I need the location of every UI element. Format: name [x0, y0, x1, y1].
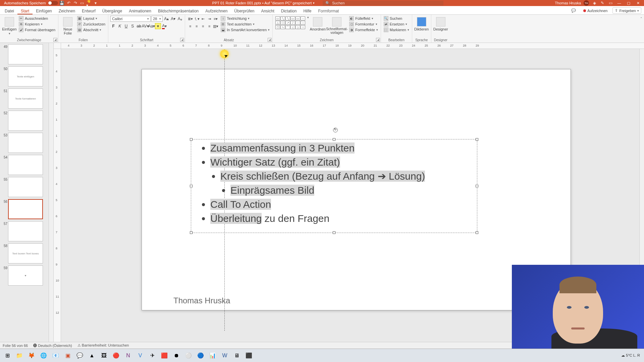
strike-button[interactable]: ab	[136, 23, 142, 29]
slide-canvas[interactable]: Zusammenfassung in 3 Punkten Wichtiger S…	[142, 69, 571, 310]
bullet-item[interactable]: Wichtiger Satz (ggf. ein Zitat)	[210, 157, 340, 168]
draw-icon[interactable]: ✎	[600, 0, 605, 6]
user-avatar[interactable]: TH	[584, 0, 589, 6]
thumbnail-slide-59[interactable]: 59♥	[1, 265, 47, 286]
tab-zeichnen[interactable]: Zeichnen	[55, 7, 78, 14]
app-icon[interactable]: ⏺	[170, 350, 182, 361]
draw-launcher[interactable]: ◢	[376, 38, 380, 42]
align-left-button[interactable]: ≡	[187, 23, 193, 29]
rotate-handle[interactable]	[333, 128, 338, 132]
app-icon[interactable]: 🖥	[231, 350, 243, 361]
columns-button[interactable]: ▥▾	[213, 23, 219, 29]
app-icon[interactable]: ⚪	[182, 350, 195, 361]
font-launcher[interactable]: ◢	[180, 38, 184, 42]
tab-start[interactable]: Start	[17, 7, 33, 14]
shape-icon[interactable]: △	[275, 21, 280, 25]
spacing-button[interactable]: AV▾	[142, 23, 148, 29]
shape-icon[interactable]: ⤴	[290, 21, 295, 25]
thumbnail-slide-50[interactable]: 50Texte einfügen	[1, 66, 47, 86]
firefox-icon[interactable]: 🦊	[25, 350, 38, 361]
tab-formformat[interactable]: Formformat	[315, 7, 342, 14]
thumbnail-slide-55[interactable]: 55	[1, 177, 47, 197]
arrange-button[interactable]: Anordnen	[310, 16, 325, 33]
shape-icon[interactable]: ╲	[285, 16, 290, 20]
underline-button[interactable]: U	[123, 23, 129, 29]
text-direction-button[interactable]: ↕Textrichtung▾	[220, 16, 270, 21]
shape-icon[interactable]: }	[296, 25, 300, 29]
shape-icon[interactable]: ↔	[296, 21, 300, 25]
shapes-more-icon[interactable]: ▾	[307, 16, 309, 19]
shape-icon[interactable]: ▭	[275, 16, 280, 20]
shape-icon[interactable]: ↕	[301, 21, 305, 25]
handle-w[interactable]	[190, 185, 193, 187]
bullet-list[interactable]: Zusammenfassung in 3 Punkten Wichtiger S…	[202, 141, 477, 226]
clipboard-launcher[interactable]: ◢	[53, 38, 57, 42]
tab-entwurf[interactable]: Entwurf	[78, 7, 99, 14]
app-icon[interactable]: 🔴	[110, 350, 122, 361]
bullet-item[interactable]: Kreis schließen (Bezug auf Anfang ➔ Lösu…	[220, 171, 425, 182]
handle-nw[interactable]	[190, 138, 193, 141]
layout-button[interactable]: ▦Layout▾	[76, 16, 106, 21]
thumbnail-slide-49[interactable]: 49	[1, 44, 47, 64]
thumbnail-slide-56[interactable]: 56	[1, 199, 47, 219]
vlc-icon[interactable]: ▲	[86, 350, 98, 361]
font-color-button[interactable]: A▾	[161, 23, 167, 29]
line-spacing-button[interactable]: ≡▾	[213, 16, 219, 22]
undo-icon[interactable]: ↶	[66, 0, 71, 6]
thumbnail-slide-58[interactable]: 58Text boxen Text boxes	[1, 243, 47, 263]
handle-se[interactable]	[476, 231, 478, 234]
handle-sw[interactable]	[190, 231, 193, 234]
thumb-scrollbar[interactable]	[49, 43, 53, 342]
shapes-gallery[interactable]: ▭╲╲▭▭○ △⬡↗⤴↔↕ ⬠∿⌒{}☆	[275, 16, 306, 30]
tab-animationen[interactable]: Animationen	[125, 7, 155, 14]
justify-button[interactable]: ≡	[206, 23, 212, 29]
smartart-button[interactable]: ⬓In SmartArt konvertieren▾	[220, 27, 270, 33]
redo-icon[interactable]: ↷	[73, 0, 78, 6]
tab-ansicht[interactable]: Ansicht	[258, 7, 277, 14]
cut-button[interactable]: ✂Ausschneiden	[18, 16, 56, 21]
outlook-icon[interactable]: 📧	[50, 350, 62, 361]
new-slide-button[interactable]: Neue Folie	[60, 16, 75, 37]
select-button[interactable]: ⬚Markieren▾	[383, 27, 410, 33]
ribbon-mode-icon[interactable]: ▭	[608, 0, 613, 6]
shape-icon[interactable]: ○	[301, 16, 305, 20]
toggle-icon[interactable]	[48, 1, 58, 5]
designer-button[interactable]: Designer	[433, 16, 448, 33]
user-name[interactable]: Thomas Hruska	[555, 1, 581, 5]
copy-button[interactable]: ⧉Kopieren▾	[18, 21, 56, 27]
shape-icon[interactable]: ▭	[296, 16, 300, 20]
find-button[interactable]: 🔍Suchen	[383, 16, 410, 21]
comments-button[interactable]: 💬	[569, 7, 578, 14]
bullet-item[interactable]: Einprägsames Bild	[230, 185, 314, 196]
tab-uebergaenge[interactable]: Übergänge	[99, 7, 125, 14]
thumbnail-slide-54[interactable]: 54	[1, 155, 47, 175]
tab-einfuegen[interactable]: Einfügen	[33, 7, 55, 14]
collapse-ribbon-icon[interactable]: ⌃	[640, 17, 643, 20]
maximize-button[interactable]: ▢	[625, 1, 632, 5]
qat-more-icon[interactable]: ▾	[93, 0, 98, 6]
tab-hilfe[interactable]: Hilfe	[300, 7, 315, 14]
shape-icon[interactable]: ∿	[280, 25, 285, 29]
tab-aufzeichnen[interactable]: Aufzeichnen	[202, 7, 231, 14]
shape-icon[interactable]: ☆	[301, 25, 305, 29]
bullet-item[interactable]: Zusammenfassung in 3 Punkten	[210, 142, 355, 154]
shape-icon[interactable]: {	[290, 25, 295, 29]
tab-ueberpruefen[interactable]: Überprüfen	[231, 7, 258, 14]
shape-icon[interactable]: ▭	[290, 16, 295, 20]
highlight-button[interactable]: ▾	[155, 23, 161, 29]
accessibility-check[interactable]: ⚠ Barrierefreiheit: Untersuchen	[77, 343, 129, 348]
shadow-button[interactable]: S	[129, 23, 136, 29]
shape-icon[interactable]: ⌒	[285, 25, 290, 29]
slideshow-icon[interactable]: ▭	[79, 0, 85, 6]
thumbnail-slide-52[interactable]: 52	[1, 111, 47, 131]
section-button[interactable]: ▤Abschnitt▾	[76, 27, 106, 33]
decrease-font-button[interactable]: A▾	[170, 16, 176, 22]
explorer-icon[interactable]: 📁	[13, 350, 25, 361]
chrome-icon[interactable]: 🌐	[38, 350, 50, 361]
ruler-horizontal[interactable]: 4321123456789101112131415161718192021222…	[54, 43, 644, 49]
quickstyles-button[interactable]: Schnellformat- vorlagen	[326, 16, 347, 36]
tab-bildschirm[interactable]: Bildschirmpräsentation	[155, 7, 202, 14]
effects-button[interactable]: ◑Formeffekte▾	[348, 27, 379, 33]
minimize-button[interactable]: —	[616, 1, 623, 5]
shape-icon[interactable]: ⬡	[280, 21, 285, 25]
